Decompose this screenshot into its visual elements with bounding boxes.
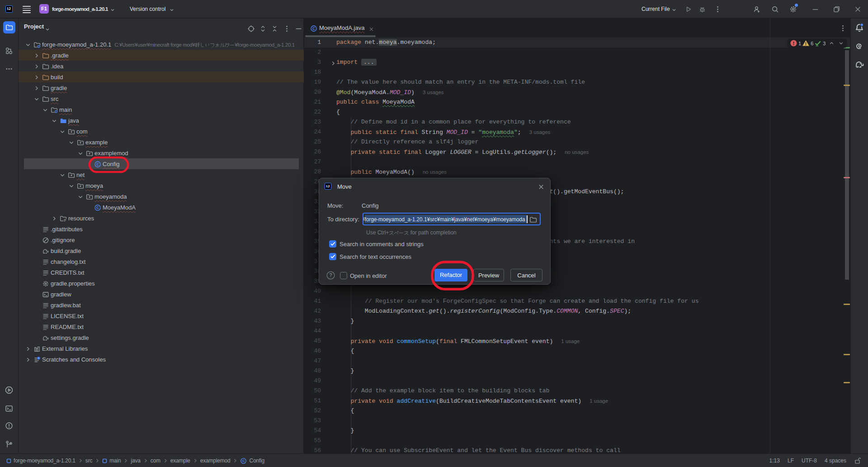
svg-text:C: C xyxy=(96,162,99,167)
svg-text:C: C xyxy=(312,26,315,31)
svg-text:C: C xyxy=(96,205,99,210)
svg-text:?: ? xyxy=(330,272,332,278)
svg-text:C: C xyxy=(242,459,245,463)
